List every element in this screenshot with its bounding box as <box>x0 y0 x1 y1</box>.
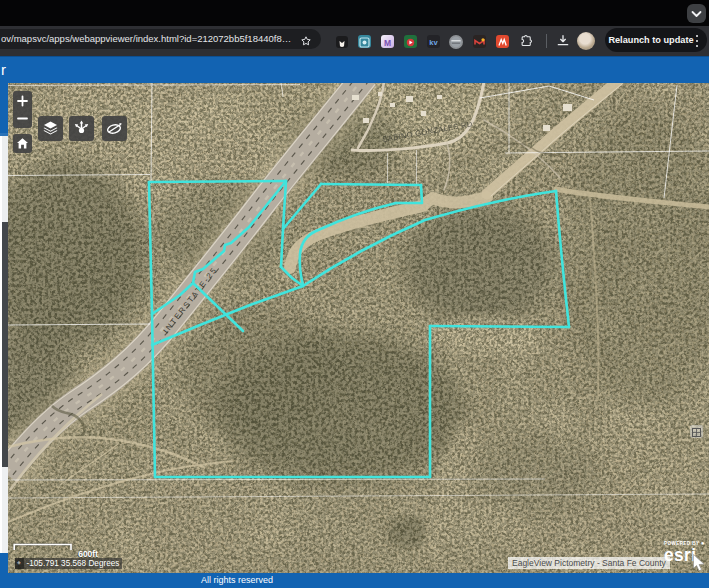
svg-text:M: M <box>384 38 391 48</box>
svg-text:600ft: 600ft <box>78 549 98 559</box>
svg-text:kv: kv <box>429 38 438 47</box>
